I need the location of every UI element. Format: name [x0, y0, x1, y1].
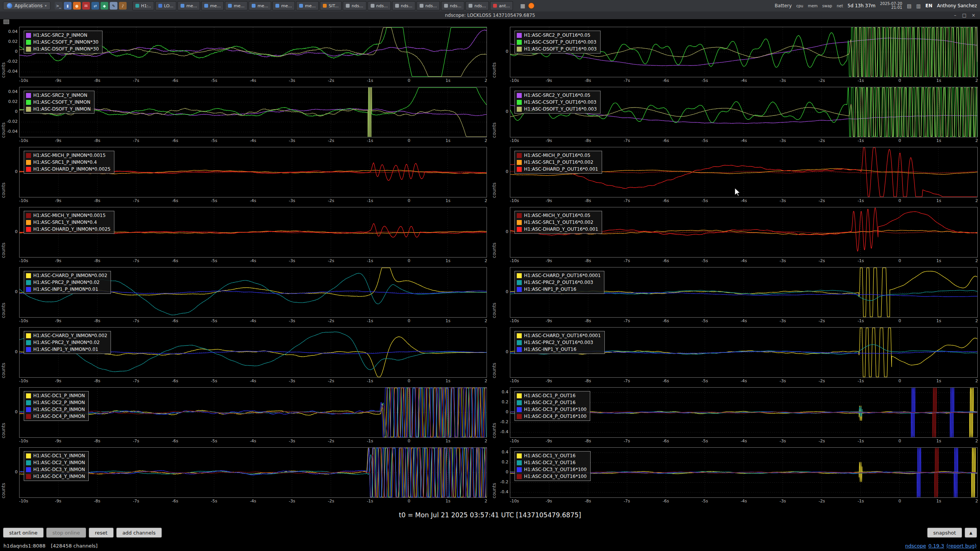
plot-chard-y-out16[interactable]: countsH1:ASC-CHARD_Y_OUT16*0.0001H1:ASC-…: [491, 325, 980, 385]
legend-entry[interactable]: H1:ASC-DC1_Y_INMON: [26, 453, 85, 459]
plot-canvas[interactable]: H1:ASC-MICH_P_OUT16*0.05H1:ASC-SRC1_P_OU…: [510, 147, 978, 197]
legend-entry[interactable]: H1:ASC-DC3_P_OUT16*100: [517, 406, 586, 412]
plot-canvas[interactable]: H1:ASC-CHARD_P_OUT16*0.0001H1:ASC-PRC2_P…: [510, 267, 978, 318]
dock-icon[interactable]: [3, 20, 9, 24]
legend-entry[interactable]: H1:ASC-DC1_P_INMON: [26, 393, 85, 399]
legend-entry[interactable]: H1:ASC-PRC2_Y_OUT16*0.003: [517, 339, 601, 346]
legend-entry[interactable]: H1:ASC-DSOFT_Y_INMON: [26, 106, 91, 112]
start-online-button[interactable]: start online: [3, 528, 44, 538]
legend-entry[interactable]: H1:ASC-DC1_Y_OUT16: [517, 453, 587, 459]
legend-entry[interactable]: H1:ASC-SRC2_P_INMON: [26, 32, 99, 38]
plot-mich-y-inmon[interactable]: countsH1:ASC-MICH_Y_INMON*0.0015H1:ASC-S…: [0, 205, 489, 265]
legend-entry[interactable]: H1:ASC-DC3_Y_INMON: [26, 466, 85, 473]
battery-label[interactable]: Battery: [775, 3, 791, 8]
legend-entry[interactable]: H1:ASC-DC2_P_OUT16: [517, 399, 586, 406]
legend[interactable]: H1:ASC-DC1_P_INMONH1:ASC-DC2_P_INMONH1:A…: [24, 391, 89, 421]
legend-entry[interactable]: H1:ASC-MICH_P_OUT16*0.05: [517, 152, 598, 158]
legend-entry[interactable]: H1:ASC-SRC1_Y_INMON*0.4: [26, 219, 111, 225]
legend-entry[interactable]: H1:ASC-INP1_Y_OUT16: [517, 346, 601, 352]
plot-canvas[interactable]: H1:ASC-CHARD_Y_OUT16*0.0001H1:ASC-PRC2_Y…: [510, 327, 978, 378]
legend-entry[interactable]: H1:ASC-DHARD_Y_INMON*0.0025: [26, 226, 111, 232]
legend-entry[interactable]: H1:ASC-DC3_P_INMON: [26, 406, 85, 412]
task-window-button[interactable]: me...: [225, 1, 247, 10]
plot-src2-p-inmon[interactable]: countsH1:ASC-SRC2_P_INMONH1:ASC-CSOFT_P_…: [0, 24, 489, 85]
plot-canvas[interactable]: H1:ASC-DC1_Y_OUT16H1:ASC-DC2_Y_OUT16H1:A…: [510, 447, 978, 498]
legend-entry[interactable]: H1:ASC-CSOFT_P_OUT16*0.003: [517, 39, 597, 45]
music-icon[interactable]: ♪: [119, 2, 127, 10]
legend[interactable]: H1:ASC-MICH_P_INMON*0.0015H1:ASC-SRC1_P_…: [24, 151, 114, 174]
task-window-button[interactable]: me...: [201, 1, 224, 10]
legend-entry[interactable]: H1:ASC-SRC2_P_OUT16*0.05: [517, 32, 597, 38]
plot-dc-y-out16[interactable]: countsH1:ASC-DC1_Y_OUT16H1:ASC-DC2_Y_OUT…: [491, 445, 980, 505]
cpu-meter[interactable]: cpu: [796, 4, 803, 8]
screenshot-tray-icon[interactable]: ▦: [520, 3, 525, 9]
legend[interactable]: H1:ASC-MICH_P_OUT16*0.05H1:ASC-SRC1_P_OU…: [514, 151, 602, 174]
plot-src2-p-out16[interactable]: countsH1:ASC-SRC2_P_OUT16*0.05H1:ASC-CSO…: [491, 24, 980, 85]
legend-entry[interactable]: H1:ASC-SRC2_Y_INMON: [26, 92, 91, 98]
legend-entry[interactable]: H1:ASC-CHARD_Y_OUT16*0.0001: [517, 333, 601, 339]
clipboard-icon[interactable]: ▤: [907, 3, 912, 9]
legend[interactable]: H1:ASC-SRC2_Y_INMONH1:ASC-CSOFT_Y_INMONH…: [24, 91, 94, 114]
legend-entry[interactable]: H1:ASC-CHARD_P_OUT16*0.0001: [517, 272, 601, 279]
legend[interactable]: H1:ASC-SRC2_P_OUT16*0.05H1:ASC-CSOFT_P_O…: [514, 31, 601, 54]
plot-canvas[interactable]: H1:ASC-DC1_P_INMONH1:ASC-DC2_P_INMONH1:A…: [19, 387, 487, 438]
legend-entry[interactable]: H1:ASC-DC4_Y_OUT16*100: [517, 473, 587, 479]
legend-entry[interactable]: H1:ASC-DC1_P_OUT16: [517, 393, 586, 399]
legend-entry[interactable]: H1:ASC-MICH_Y_INMON*0.0015: [26, 212, 111, 218]
version-link[interactable]: 0.19.3: [928, 543, 944, 549]
legend[interactable]: H1:ASC-CHARD_Y_INMON*0.002H1:ASC-PRC2_Y_…: [24, 331, 111, 354]
legend[interactable]: H1:ASC-DC1_Y_INMONH1:ASC-DC2_Y_INMONH1:A…: [24, 451, 89, 481]
legend[interactable]: H1:ASC-DC1_Y_OUT16H1:ASC-DC2_Y_OUT16H1:A…: [514, 451, 591, 481]
task-window-button[interactable]: nds...: [343, 1, 366, 10]
chat-icon[interactable]: ◆: [101, 2, 108, 10]
task-window-button[interactable]: nds...: [466, 1, 489, 10]
mail-icon[interactable]: ✉: [82, 2, 90, 10]
files-icon[interactable]: ▮: [64, 2, 72, 10]
plot-src2-y-inmon[interactable]: countsH1:ASC-SRC2_Y_INMONH1:ASC-CSOFT_Y_…: [0, 85, 489, 145]
plot-dc-y-inmon[interactable]: countsH1:ASC-DC1_Y_INMONH1:ASC-DC2_Y_INM…: [0, 445, 489, 505]
legend-entry[interactable]: H1:ASC-SRC1_P_INMON*0.4: [26, 159, 111, 165]
editor-icon[interactable]: ✎: [110, 2, 117, 10]
stop-online-button[interactable]: stop online: [46, 528, 86, 538]
ndscope-link[interactable]: ndscope: [905, 543, 926, 549]
user-name[interactable]: Anthony Sanchez: [937, 3, 977, 8]
plot-canvas[interactable]: H1:ASC-SRC2_Y_OUT16*0.05H1:ASC-CSOFT_Y_O…: [510, 87, 978, 137]
legend-entry[interactable]: H1:ASC-SRC1_Y_OUT16*0.002: [517, 219, 598, 225]
keyboard-icon[interactable]: ▥: [916, 3, 921, 9]
legend-entry[interactable]: H1:ASC-INP1_Y_INMON*0.01: [26, 346, 107, 352]
firefox-icon[interactable]: ●: [73, 2, 81, 10]
task-window-button[interactable]: LO...: [155, 1, 176, 10]
legend-entry[interactable]: H1:ASC-PRC2_P_INMON*0.02: [26, 279, 107, 285]
plot-mich-p-inmon[interactable]: countsH1:ASC-MICH_P_INMON*0.0015H1:ASC-S…: [0, 145, 489, 205]
plot-canvas[interactable]: H1:ASC-DC1_Y_INMONH1:ASC-DC2_Y_INMONH1:A…: [19, 447, 487, 498]
close-button[interactable]: ×: [969, 12, 978, 18]
net-meter[interactable]: net: [837, 4, 843, 8]
task-window-button[interactable]: nds...: [392, 1, 415, 10]
plot-canvas[interactable]: H1:ASC-SRC2_Y_INMONH1:ASC-CSOFT_Y_INMONH…: [19, 87, 487, 137]
legend[interactable]: H1:ASC-DC1_P_OUT16H1:ASC-DC2_P_OUT16H1:A…: [514, 391, 590, 421]
window-titlebar[interactable]: ndscope: LOCKLOSS 1437105479.6875 – □ ×: [0, 11, 980, 19]
legend[interactable]: H1:ASC-MICH_Y_INMON*0.0015H1:ASC-SRC1_Y_…: [24, 211, 114, 234]
legend-entry[interactable]: H1:ASC-CSOFT_Y_OUT16*0.003: [517, 99, 597, 105]
legend-entry[interactable]: H1:ASC-PRC2_Y_INMON*0.02: [26, 339, 107, 346]
task-window-button[interactable]: nds...: [368, 1, 391, 10]
legend-entry[interactable]: H1:ASC-CSOFT_Y_INMON: [26, 99, 91, 105]
task-window-button[interactable]: me...: [177, 1, 200, 10]
plot-canvas[interactable]: H1:ASC-SRC2_P_INMONH1:ASC-CSOFT_P_INMON*…: [19, 27, 487, 77]
legend-entry[interactable]: H1:ASC-MICH_P_INMON*0.0015: [26, 152, 111, 158]
legend-entry[interactable]: H1:ASC-DSOFT_Y_OUT16*0.003: [517, 106, 597, 112]
mem-meter[interactable]: mem: [808, 4, 818, 8]
legend[interactable]: H1:ASC-CHARD_P_OUT16*0.0001H1:ASC-PRC2_P…: [514, 271, 604, 294]
legend-entry[interactable]: H1:ASC-INP1_P_OUT16: [517, 286, 601, 292]
legend-entry[interactable]: H1:ASC-DC4_P_INMON: [26, 413, 85, 419]
plot-chard-y-inmon[interactable]: countsH1:ASC-CHARD_Y_INMON*0.002H1:ASC-P…: [0, 325, 489, 385]
report-bug-link[interactable]: (report bug): [946, 543, 977, 549]
legend-entry[interactable]: H1:ASC-DSOFT_P_INMON*30: [26, 46, 99, 52]
task-window-button[interactable]: nds...: [417, 1, 440, 10]
legend-entry[interactable]: H1:ASC-CHARD_P_INMON*0.002: [26, 272, 107, 279]
share-icon[interactable]: ⇄: [91, 2, 99, 10]
plot-canvas[interactable]: H1:ASC-SRC2_P_OUT16*0.05H1:ASC-CSOFT_P_O…: [510, 27, 978, 77]
expand-button[interactable]: ▲: [965, 528, 977, 538]
legend-entry[interactable]: H1:ASC-DC4_P_OUT16*100: [517, 413, 586, 419]
legend[interactable]: H1:ASC-MICH_Y_OUT16*0.05H1:ASC-SRC1_Y_OU…: [514, 211, 602, 234]
